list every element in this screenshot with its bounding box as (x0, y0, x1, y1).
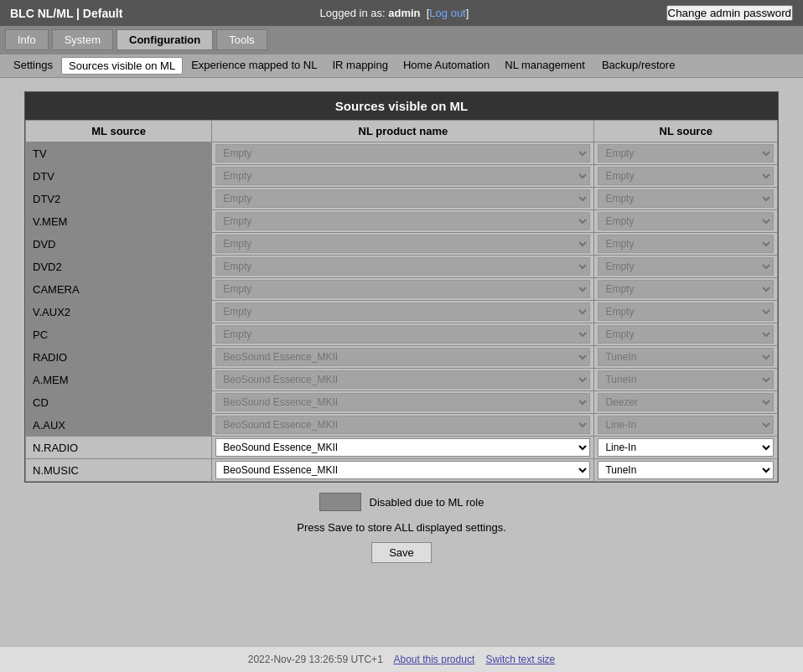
change-admin-button[interactable]: Change admin password (666, 5, 793, 21)
save-btn-wrap: Save (13, 542, 790, 563)
nl-product-cell: BeoSound Essence_MKII (212, 346, 594, 369)
subnav-experience-mapped[interactable]: Experience mapped to NL (184, 57, 324, 75)
nl-source-cell: Empty (594, 210, 778, 233)
nl-source-select: Empty (598, 302, 774, 321)
nl-product-select[interactable]: BeoSound Essence_MKII (215, 438, 590, 457)
sub-nav: Settings Sources visible on ML Experienc… (0, 54, 803, 78)
nl-source-select[interactable]: TuneIn (598, 461, 774, 479)
ml-source-cell: DVD (26, 233, 212, 256)
subnav-home-automation[interactable]: Home Automation (396, 57, 496, 75)
table-row: TVEmptyEmpty (26, 142, 778, 165)
nl-source-cell[interactable]: Line-In (594, 437, 778, 459)
footer: 2022-Nov-29 13:26:59 UTC+1 About this pr… (0, 646, 803, 672)
nl-product-select: Empty (215, 144, 590, 163)
nl-product-cell: Empty (212, 165, 594, 188)
ml-source-cell: TV (26, 142, 212, 165)
nl-source-select: Deezer (598, 393, 774, 411)
header: BLC NL/ML | Default Logged in as: admin … (0, 0, 803, 26)
nl-source-cell: TuneIn (594, 346, 778, 369)
subnav-nl-management[interactable]: NL management (498, 57, 592, 75)
ml-source-cell: DTV (26, 165, 212, 188)
col-header-ml-source: ML source (26, 121, 212, 142)
table-row: CAMERAEmptyEmpty (26, 278, 778, 301)
ml-source-cell: DVD2 (26, 256, 212, 278)
subnav-sources-visible-on-ml[interactable]: Sources visible on ML (61, 57, 183, 75)
footer-datetime: 2022-Nov-29 13:26:59 UTC+1 (248, 654, 383, 665)
top-nav: Info System Configuration Tools (0, 26, 803, 54)
ml-source-cell: V.MEM (26, 210, 212, 233)
ml-source-cell: DTV2 (26, 188, 212, 210)
nl-source-select[interactable]: Line-In (598, 438, 774, 457)
nl-source-select: TuneIn (598, 370, 774, 389)
nav-configuration[interactable]: Configuration (117, 29, 213, 50)
table-row: DTV2EmptyEmpty (26, 188, 778, 210)
legend-label: Disabled due to ML role (370, 496, 484, 509)
ml-source-cell: CD (26, 391, 212, 414)
nl-product-select: Empty (215, 167, 590, 185)
nl-source-cell: Empty (594, 142, 778, 165)
nl-source-select: Empty (598, 325, 774, 344)
footer-switch-link[interactable]: Switch text size (486, 654, 556, 665)
table-row: N.RADIOBeoSound Essence_MKIILine-In (26, 437, 778, 459)
nl-source-cell: Empty (594, 165, 778, 188)
nl-source-cell: Empty (594, 278, 778, 301)
login-text: Logged in as: (320, 7, 389, 19)
table-row: RADIOBeoSound Essence_MKIITuneIn (26, 346, 778, 369)
nl-product-cell: Empty (212, 233, 594, 256)
ml-source-cell: PC (26, 323, 212, 346)
nl-product-select: BeoSound Essence_MKII (215, 348, 590, 366)
footer-about-link[interactable]: About this product (394, 654, 475, 665)
nl-product-cell: Empty (212, 188, 594, 210)
nl-product-select: BeoSound Essence_MKII (215, 370, 590, 389)
ml-source-cell: RADIO (26, 346, 212, 369)
ml-source-cell: N.RADIO (26, 437, 212, 459)
ml-source-cell: A.MEM (26, 369, 212, 391)
nav-info[interactable]: Info (5, 29, 49, 50)
table-row: PCEmptyEmpty (26, 323, 778, 346)
nl-product-cell: Empty (212, 210, 594, 233)
save-info-text: Press Save to store ALL displayed settin… (13, 521, 790, 534)
nl-product-cell: Empty (212, 323, 594, 346)
subnav-ir-mapping[interactable]: IR mapping (325, 57, 394, 75)
ml-source-cell: N.MUSIC (26, 459, 212, 482)
nav-tools[interactable]: Tools (216, 29, 267, 50)
table-row: V.AUX2EmptyEmpty (26, 301, 778, 323)
sources-table: ML source NL product name NL source TVEm… (25, 120, 778, 482)
nl-source-cell: Deezer (594, 391, 778, 414)
nl-product-cell: BeoSound Essence_MKII (212, 369, 594, 391)
nl-source-cell: Empty (594, 323, 778, 346)
login-info: Logged in as: admin [Log out] (320, 7, 469, 19)
nl-source-select: Empty (598, 212, 774, 230)
col-header-nl-source: NL source (594, 121, 778, 142)
table-row: DVDEmptyEmpty (26, 233, 778, 256)
nl-source-cell: Empty (594, 256, 778, 278)
nl-product-cell[interactable]: BeoSound Essence_MKII (212, 437, 594, 459)
table-row: A.AUXBeoSound Essence_MKIILine-In (26, 414, 778, 437)
nl-product-cell[interactable]: BeoSound Essence_MKII (212, 459, 594, 482)
nl-source-cell[interactable]: TuneIn (594, 459, 778, 482)
section-title: Sources visible on ML (25, 92, 778, 120)
logout-link[interactable]: Log out (429, 7, 465, 19)
nav-system[interactable]: System (52, 29, 113, 50)
nl-source-select: Empty (598, 257, 774, 276)
nl-product-select: BeoSound Essence_MKII (215, 393, 590, 411)
main-content: Sources visible on ML ML source NL produ… (0, 78, 803, 585)
table-row: A.MEMBeoSound Essence_MKIITuneIn (26, 369, 778, 391)
table-row: CDBeoSound Essence_MKIIDeezer (26, 391, 778, 414)
save-button[interactable]: Save (371, 542, 432, 563)
ml-source-cell: V.AUX2 (26, 301, 212, 323)
nl-product-cell: Empty (212, 142, 594, 165)
nl-product-select[interactable]: BeoSound Essence_MKII (215, 461, 590, 479)
nl-source-select: Empty (598, 280, 774, 298)
nl-product-select: Empty (215, 325, 590, 344)
nl-source-select: Empty (598, 189, 774, 208)
col-header-nl-product: NL product name (212, 121, 594, 142)
subnav-settings[interactable]: Settings (7, 57, 60, 75)
nl-source-cell: Empty (594, 233, 778, 256)
nl-source-cell: Line-In (594, 414, 778, 437)
nl-product-cell: Empty (212, 256, 594, 278)
table-row: N.MUSICBeoSound Essence_MKIITuneIn (26, 459, 778, 482)
nl-source-cell: Empty (594, 188, 778, 210)
subnav-backup-restore[interactable]: Backup/restore (595, 57, 681, 75)
nl-product-cell: BeoSound Essence_MKII (212, 391, 594, 414)
